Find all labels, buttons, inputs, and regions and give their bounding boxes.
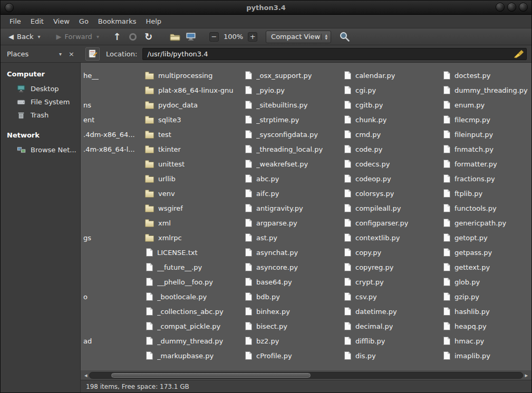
file-item[interactable]: codeop.py	[342, 171, 441, 186]
file-item[interactable]: copyreg.py	[342, 260, 441, 274]
sidebar-item-file-system[interactable]: File System	[1, 95, 80, 109]
file-item-partial[interactable]: gs	[82, 230, 144, 245]
file-item[interactable]: _threading_local.py	[243, 142, 342, 156]
file-item[interactable]: _dummy_thread.py	[144, 333, 243, 348]
back-button[interactable]: ◀ Back ▾	[5, 31, 44, 42]
file-item[interactable]: bdb.py	[243, 289, 342, 304]
file-item[interactable]: _strptime.py	[243, 112, 342, 127]
file-item[interactable]: argparse.py	[243, 215, 342, 230]
places-dropdown-icon[interactable]: ▾	[59, 51, 62, 57]
file-item[interactable]: _weakrefset.py	[243, 156, 342, 171]
file-item[interactable]: getopt.py	[441, 230, 530, 245]
scrollbar-thumb[interactable]	[111, 373, 311, 378]
sidebar-item-trash[interactable]: Trash	[1, 109, 80, 122]
file-item-partial[interactable]: ent	[82, 112, 144, 127]
forward-button[interactable]: ▶ Forward ▾	[53, 31, 103, 42]
file-item-partial[interactable]: o	[82, 289, 144, 304]
file-item[interactable]: LICENSE.txt	[144, 245, 243, 260]
folder-item[interactable]: unittest	[144, 156, 243, 171]
file-item-partial[interactable]: .4m-x86_64-l...	[82, 142, 144, 156]
file-item[interactable]: _sysconfigdata.py	[243, 127, 342, 142]
file-item[interactable]: functools.py	[441, 201, 530, 215]
file-item[interactable]: gettext.py	[441, 260, 530, 274]
places-close-icon[interactable]: ×	[69, 50, 74, 58]
location-input[interactable]	[142, 48, 527, 60]
file-item[interactable]: dummy_threading.py	[441, 83, 530, 97]
file-item[interactable]: bz2.py	[243, 333, 342, 348]
file-item[interactable]: dis.py	[342, 348, 441, 363]
folder-item[interactable]: xmlrpc	[144, 230, 243, 245]
file-item[interactable]: _collections_abc.py	[144, 304, 243, 319]
file-item[interactable]: _bootlocale.py	[144, 289, 243, 304]
view-mode-spinner[interactable]: ▲ ▼	[321, 34, 327, 40]
titlebar[interactable]: python3.4	[1, 1, 531, 15]
toggle-location-entry-button[interactable]	[85, 47, 100, 61]
scroll-left-icon[interactable]: ◂	[83, 372, 89, 379]
folder-item[interactable]: tkinter	[144, 142, 243, 156]
file-item[interactable]: copy.py	[342, 245, 441, 260]
file-item[interactable]: codecs.py	[342, 156, 441, 171]
file-item[interactable]: _compat_pickle.py	[144, 319, 243, 333]
file-item-partial[interactable]: he__	[82, 68, 144, 83]
menu-help[interactable]: Help	[141, 16, 166, 27]
file-item[interactable]: configparser.py	[342, 215, 441, 230]
file-item[interactable]: difflib.py	[342, 333, 441, 348]
file-item[interactable]: calendar.py	[342, 68, 441, 83]
file-item[interactable]: csv.py	[342, 289, 441, 304]
file-item[interactable]: asyncore.py	[243, 260, 342, 274]
view-mode-select[interactable]: Compact View ▲ ▼	[266, 31, 331, 43]
file-item[interactable]: cmd.py	[342, 127, 441, 142]
horizontal-scrollbar[interactable]: ◂ ▸	[81, 370, 531, 380]
file-item[interactable]: binhex.py	[243, 304, 342, 319]
file-pane[interactable]: he__nsent.4dm-x86_64....4m-x86_64-l...gs…	[81, 63, 531, 370]
sidebar-item-browse-network[interactable]: Browse Net...	[1, 143, 80, 156]
file-item[interactable]: hashlib.py	[441, 304, 530, 319]
scroll-right-icon[interactable]: ▸	[523, 372, 529, 379]
sidebar-item-desktop[interactable]: Desktop	[1, 82, 80, 95]
file-item[interactable]: aifc.py	[243, 186, 342, 201]
file-item[interactable]: imaplib.py	[441, 348, 530, 363]
file-item[interactable]: datetime.py	[342, 304, 441, 319]
folder-item[interactable]: pydoc_data	[144, 97, 243, 112]
file-item[interactable]: _sitebuiltins.py	[243, 97, 342, 112]
stop-button[interactable]	[125, 30, 141, 44]
menu-edit[interactable]: Edit	[26, 16, 49, 27]
file-item[interactable]: enum.py	[441, 97, 530, 112]
file-item[interactable]: fnmatch.py	[441, 142, 530, 156]
file-item[interactable]: bisect.py	[243, 319, 342, 333]
minimize-button[interactable]	[496, 3, 505, 12]
file-item[interactable]: getpass.py	[441, 245, 530, 260]
file-item[interactable]: compileall.py	[342, 201, 441, 215]
maximize-button[interactable]	[507, 3, 516, 12]
folder-item[interactable]: venv	[144, 186, 243, 201]
folder-item[interactable]: sqlite3	[144, 112, 243, 127]
file-item[interactable]: contextlib.py	[342, 230, 441, 245]
file-item[interactable]: genericpath.py	[441, 215, 530, 230]
file-item[interactable]: gzip.py	[441, 289, 530, 304]
file-item-partial[interactable]: ad	[82, 333, 144, 348]
file-item[interactable]: crypt.py	[342, 274, 441, 289]
folder-item[interactable]: test	[144, 127, 243, 142]
file-item[interactable]: cProfile.py	[243, 348, 342, 363]
file-item[interactable]: __phello__foo.py	[144, 274, 243, 289]
menu-file[interactable]: File	[5, 16, 26, 27]
brush-icon[interactable]	[513, 49, 525, 61]
open-folder-button[interactable]	[167, 30, 183, 44]
file-item[interactable]: cgitb.py	[342, 97, 441, 112]
file-item[interactable]: doctest.py	[441, 68, 530, 83]
file-item[interactable]: _markupbase.py	[144, 348, 243, 363]
zoom-in-button[interactable]: +	[248, 32, 257, 42]
file-item[interactable]: formatter.py	[441, 156, 530, 171]
up-button[interactable]: ↑	[109, 30, 125, 44]
menu-bookmarks[interactable]: Bookmarks	[93, 16, 141, 27]
file-item[interactable]: hmac.py	[441, 333, 530, 348]
close-button[interactable]	[519, 3, 528, 12]
refresh-button[interactable]: ↻	[141, 30, 157, 44]
file-item[interactable]: filecmp.py	[441, 112, 530, 127]
file-item[interactable]: ast.py	[243, 230, 342, 245]
file-item[interactable]: fileinput.py	[441, 127, 530, 142]
back-dropdown-icon[interactable]: ▾	[38, 34, 41, 40]
file-item[interactable]: colorsys.py	[342, 186, 441, 201]
file-item[interactable]: glob.py	[441, 274, 530, 289]
file-item[interactable]: _osx_support.py	[243, 68, 342, 83]
